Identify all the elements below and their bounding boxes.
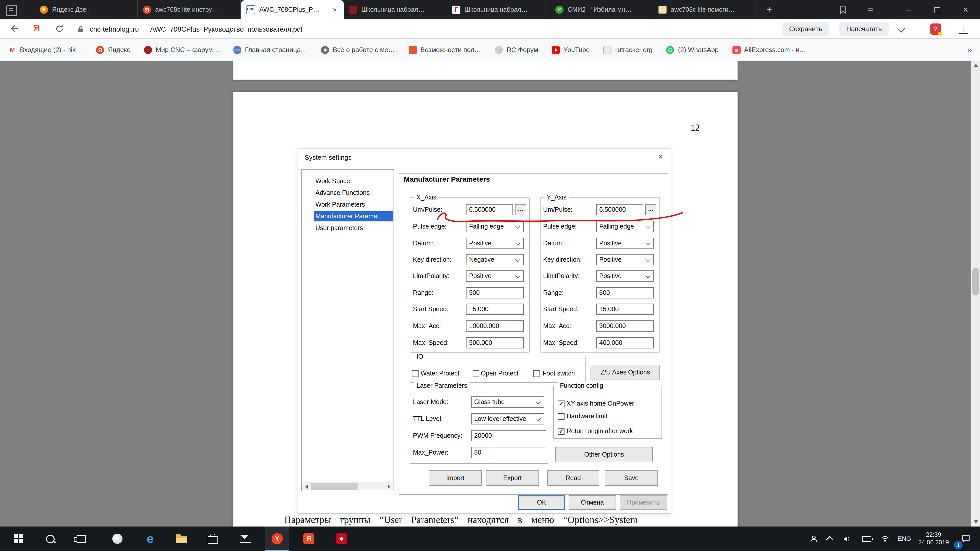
pwm-frequency-input[interactable]: 20000 <box>471 430 546 441</box>
xy-home-checkbox[interactable]: ✓ <box>558 400 565 407</box>
x-key-direction-select[interactable]: Negative <box>466 254 524 265</box>
tab-panel-toggle-icon[interactable] <box>6 5 18 16</box>
tab-close-icon[interactable] <box>331 6 339 14</box>
apply-button[interactable]: Применить <box>620 495 667 510</box>
y-key-direction-select[interactable]: Positive <box>596 254 654 265</box>
new-tab-button[interactable] <box>762 3 776 16</box>
y-max-speed-input[interactable]: 400.000 <box>596 337 654 348</box>
reload-icon[interactable] <box>55 24 64 35</box>
bookmark-aliexpress[interactable]: AliExpress.com - и… <box>732 46 806 54</box>
import-button[interactable]: Import <box>429 470 482 486</box>
bookmark-gmail[interactable]: Входящие (2) - nik… <box>8 46 83 54</box>
start-button[interactable] <box>6 527 30 551</box>
scroll-up-icon[interactable] <box>971 61 980 70</box>
scrollbar-thumb[interactable] <box>972 268 979 295</box>
zu-axes-options-button[interactable]: Z/U Axes Options <box>590 365 660 380</box>
taskbar-app-yandex-browser[interactable] <box>265 527 290 551</box>
ok-button[interactable]: OK <box>518 495 565 510</box>
bookmark-homepage[interactable]: Главная страница… <box>233 46 307 54</box>
tree-item-work-space[interactable]: Work Space <box>314 176 352 186</box>
tree-item-manufacturer-parameters[interactable]: Manufacturer Paramet <box>314 211 393 221</box>
tab-awc708c-help[interactable]: awc708c lite помоги… <box>653 0 756 19</box>
window-minimize-button[interactable] <box>894 0 923 19</box>
bookmark-youtube[interactable]: YouTube <box>552 46 590 54</box>
hardware-limit-checkbox[interactable] <box>558 413 565 420</box>
water-protect-checkbox[interactable] <box>412 370 418 377</box>
cancel-button[interactable]: Отмена <box>569 495 616 510</box>
foot-switch-checkbox[interactable] <box>533 370 540 377</box>
tray-show-hidden-icons[interactable] <box>823 527 838 551</box>
y-max-acc-input[interactable]: 3000.000 <box>596 321 654 332</box>
tab-smi2[interactable]: СМИ2 - "Избила мн… <box>550 0 653 19</box>
bookmark-rutracker[interactable]: rutracker.org <box>604 46 652 54</box>
x-datum-select[interactable]: Positive <box>466 238 524 249</box>
tray-language-indicator[interactable]: ENG <box>894 527 915 551</box>
scrollbar-thumb[interactable] <box>311 483 358 490</box>
back-icon[interactable] <box>10 24 19 35</box>
ttl-level-select[interactable]: Low level effective <box>471 413 544 424</box>
chevron-down-icon[interactable] <box>897 25 905 33</box>
dialog-close-icon[interactable] <box>654 151 667 163</box>
bookmark-whatsapp[interactable]: (2) WhatsApp <box>667 46 719 54</box>
tray-clock[interactable]: 22:3924.06.2019 <box>915 527 953 551</box>
x-limit-polarity-select[interactable]: Positive <box>466 270 524 282</box>
tray-battery-button[interactable] <box>858 527 876 551</box>
lock-icon[interactable] <box>78 25 84 35</box>
y-range-input[interactable]: 600 <box>596 287 654 299</box>
open-protect-checkbox[interactable] <box>473 370 479 377</box>
print-pdf-button[interactable]: Напечатать <box>839 22 889 36</box>
y-limit-polarity-select[interactable]: Positive <box>596 270 654 282</box>
y-datum-select[interactable]: Positive <box>596 238 654 249</box>
window-maximize-button[interactable] <box>923 0 951 19</box>
browser-menu-icon[interactable] <box>868 3 873 15</box>
laser-mode-select[interactable]: Glass tube <box>471 396 544 408</box>
read-button[interactable]: Read <box>547 470 599 486</box>
x-range-input[interactable]: 500 <box>466 287 524 299</box>
tab-shkolnitsa-2[interactable]: Школьница набрал… <box>447 0 550 19</box>
other-options-button[interactable]: Other Options <box>555 447 653 462</box>
side-panel-icon[interactable] <box>840 6 846 16</box>
y-start-speed-input[interactable]: 15.000 <box>596 303 654 315</box>
taskbar-app-store[interactable] <box>200 527 225 551</box>
downloads-icon[interactable] <box>959 24 968 34</box>
tab-yandex-zen[interactable]: Яндекс Дзен <box>35 0 138 19</box>
task-view-button[interactable] <box>69 527 94 551</box>
save-button[interactable]: Save <box>605 470 658 486</box>
bookmark-yandex[interactable]: Яндекс <box>96 46 130 54</box>
tray-volume-button[interactable] <box>838 527 856 551</box>
taskbar-app-mail[interactable] <box>233 527 258 551</box>
window-close-button[interactable] <box>951 0 980 19</box>
return-origin-checkbox[interactable]: ✓ <box>558 428 565 435</box>
bookmarks-overflow-icon[interactable] <box>967 45 972 54</box>
yandex-button[interactable]: Я <box>34 23 40 33</box>
scroll-right-icon[interactable] <box>385 482 393 490</box>
tree-item-advance-functions[interactable]: Advance Functions <box>314 188 371 198</box>
bookmark-mir-cnc[interactable]: Мир CNC – форум… <box>144 46 220 54</box>
taskbar-app-explorer[interactable] <box>169 527 194 551</box>
tree-item-user-parameters[interactable]: User parameters <box>314 223 364 233</box>
extension-icon[interactable] <box>930 24 941 35</box>
bookmark-metal-work[interactable]: Всё о работе с ме… <box>321 46 395 54</box>
tree-item-work-parameters[interactable]: Work Parameters <box>314 200 366 210</box>
tab-shkolnitsa-1[interactable]: Школьница набрал… <box>344 0 447 19</box>
tray-people-button[interactable] <box>804 527 823 551</box>
export-button[interactable]: Export <box>486 470 539 486</box>
max-power-input[interactable]: 80 <box>471 447 546 458</box>
url-field[interactable]: cnc-tehnologi.ru AWC_708CPlus_Руководств… <box>90 19 303 39</box>
taskbar-search-button[interactable] <box>38 527 62 551</box>
bookmark-rc-forum[interactable]: RC Форум <box>495 46 538 54</box>
x-max-speed-input[interactable]: 500.000 <box>466 337 524 348</box>
scroll-down-icon[interactable] <box>971 518 980 527</box>
taskbar-app-cortana[interactable] <box>105 527 130 551</box>
x-max-acc-input[interactable]: 10000.000 <box>466 321 524 332</box>
taskbar-app-edge[interactable] <box>138 527 162 551</box>
tab-awc708c-instr[interactable]: awc708c lite инстру… <box>138 0 241 19</box>
save-pdf-button[interactable]: Сохранить <box>782 22 829 36</box>
bookmark-vozmozhnosti[interactable]: Возможности пол… <box>409 46 481 54</box>
taskbar-app-red[interactable] <box>329 527 354 551</box>
scroll-left-icon[interactable] <box>302 482 310 490</box>
tray-network-button[interactable] <box>876 527 894 551</box>
taskbar-app-yandex[interactable] <box>297 527 321 551</box>
tab-awc708cplus-active[interactable]: AWC_708CPlus_P… <box>241 0 344 19</box>
x-start-speed-input[interactable]: 15.000 <box>466 303 524 315</box>
